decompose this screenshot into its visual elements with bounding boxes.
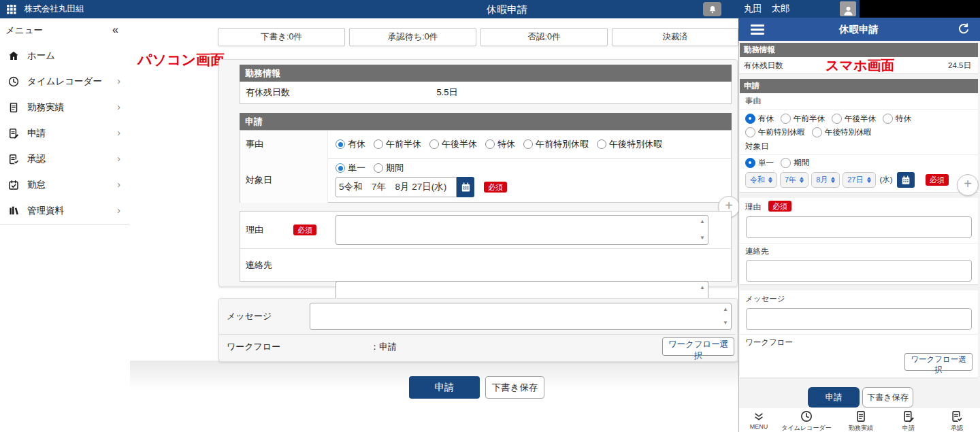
- radio-option-am-half[interactable]: 午前半休: [374, 138, 421, 150]
- month-select[interactable]: 8月: [811, 172, 840, 188]
- radio-option-pm-special[interactable]: 午後特別休暇: [597, 138, 662, 150]
- row-divider: [740, 109, 978, 110]
- radio-option-pm-special[interactable]: 午後特別休暇: [812, 127, 872, 137]
- radio-icon: [781, 158, 791, 168]
- app-grid-icon[interactable]: [5, 3, 17, 15]
- status-button-approved[interactable]: 決裁済: [612, 28, 738, 46]
- sidebar-item-admin-docs[interactable]: 管理資料 ›: [0, 198, 129, 225]
- sidebar-item-work-record[interactable]: 勤務実績 ›: [0, 95, 129, 121]
- radio-option-special[interactable]: 特休: [485, 138, 515, 150]
- required-badge: 必須: [293, 225, 316, 235]
- chevron-right-icon: ›: [117, 172, 120, 197]
- sidebar-item-home[interactable]: ホーム: [0, 43, 129, 69]
- company-name: 株式会社丸田組: [24, 0, 84, 18]
- phone-date-row: 令和 7年 8月 27日 (水) 必須: [745, 172, 949, 188]
- radio-option-single[interactable]: 単一: [336, 162, 365, 174]
- why-label: 理由: [246, 224, 263, 236]
- nav-item-time-recorder[interactable]: タイムレコーダー: [776, 410, 837, 432]
- year-select[interactable]: 7年: [780, 172, 808, 188]
- sidebar-collapse-icon[interactable]: «: [112, 18, 118, 41]
- radio-option-pm-half[interactable]: 午後半休: [429, 138, 477, 150]
- save-draft-button[interactable]: 下書き保存: [485, 376, 544, 399]
- status-button-rejected[interactable]: 否認:0件: [480, 28, 608, 46]
- radio-icon: [745, 127, 755, 137]
- phone-annotation-label: スマホ画面: [826, 56, 894, 75]
- required-badge: 必須: [484, 182, 507, 193]
- radio-option-period[interactable]: 期間: [781, 158, 809, 168]
- refresh-icon[interactable]: [957, 22, 970, 36]
- phone-apply-block: 事由 有休 午前半休 午後半休 特休 午前特別休暇 午後特別休暇 対象日 単一 …: [740, 93, 978, 193]
- reason-label: 事由: [246, 131, 263, 158]
- avatar[interactable]: [840, 1, 856, 16]
- radio-icon: [429, 139, 439, 149]
- menu-label: メニュー: [5, 18, 43, 43]
- clock-icon: [800, 410, 813, 423]
- workflow-value: ：申請: [370, 334, 397, 360]
- sidebar-item-application[interactable]: 申請 ›: [0, 120, 129, 147]
- why-input[interactable]: [746, 216, 972, 238]
- contact-input[interactable]: [746, 260, 972, 282]
- paid-leave-label: 有休残日数: [744, 57, 783, 73]
- radio-icon: [374, 139, 383, 149]
- nav-item-application[interactable]: 申請: [885, 410, 932, 432]
- status-button-pending[interactable]: 承認待ち:0件: [349, 28, 476, 46]
- scroll-up-icon[interactable]: ▲: [700, 285, 705, 290]
- radio-option-special[interactable]: 特休: [883, 114, 911, 124]
- nav-item-menu[interactable]: MENU: [742, 411, 776, 430]
- calendar-picker-button[interactable]: [897, 172, 915, 188]
- scroll-up-icon[interactable]: ▲: [700, 219, 705, 225]
- radio-option-am-special[interactable]: 午前特別休暇: [523, 138, 589, 150]
- phone-page-title: 休暇申請: [839, 18, 879, 41]
- workflow-select-button[interactable]: ワークフロー選択: [662, 337, 734, 356]
- contact-label: 連絡先: [745, 246, 769, 256]
- nav-item-approval[interactable]: 承認: [936, 410, 977, 432]
- workflow-select-button[interactable]: ワークフロー選択: [904, 353, 973, 371]
- scroll-up-icon[interactable]: ▲: [723, 307, 728, 312]
- phone-target-mode-group: 単一 期間: [745, 158, 816, 171]
- date-input[interactable]: 5令和 7年 8月 27日(水): [336, 177, 457, 197]
- chevron-right-icon: ›: [117, 120, 120, 145]
- apply-section-header: 申請: [240, 113, 732, 130]
- paid-leave-value: 5.5日: [436, 82, 457, 103]
- era-select[interactable]: 令和: [745, 172, 777, 188]
- required-badge: 必須: [926, 174, 949, 185]
- radio-selected-icon: [745, 158, 755, 168]
- nav-item-work-record[interactable]: 勤務実績: [837, 410, 885, 432]
- radio-option-am-special[interactable]: 午前特別休暇: [745, 127, 805, 137]
- submit-button[interactable]: 申請: [409, 376, 480, 399]
- radio-selected-icon: [336, 163, 345, 173]
- message-input[interactable]: [746, 308, 972, 330]
- clock-icon: [7, 76, 20, 88]
- scroll-down-icon[interactable]: ▼: [700, 235, 705, 241]
- add-row-button[interactable]: +: [957, 174, 979, 196]
- calendar-picker-button[interactable]: [457, 177, 474, 197]
- radio-icon: [485, 139, 495, 149]
- radio-option-am-half[interactable]: 午前半休: [781, 114, 825, 124]
- target-date-label: 対象日: [745, 142, 769, 152]
- radio-option-single[interactable]: 単一: [745, 158, 774, 168]
- hamburger-menu-icon[interactable]: [751, 24, 764, 37]
- sidebar-item-attendance[interactable]: 勤怠 ›: [0, 172, 129, 199]
- select-arrows-icon: [800, 177, 804, 184]
- notification-bell-button[interactable]: [703, 2, 721, 16]
- sidebar-item-approval[interactable]: 承認 ›: [0, 146, 129, 173]
- pc-annotation-label: パソコン画面: [137, 50, 225, 69]
- required-badge: 必須: [768, 201, 791, 212]
- radio-option-period[interactable]: 期間: [374, 162, 404, 174]
- select-arrows-icon: [867, 177, 871, 184]
- submit-button[interactable]: 申請: [808, 387, 860, 408]
- day-select[interactable]: 27日: [843, 172, 875, 188]
- status-button-draft[interactable]: 下書き:0件: [218, 28, 345, 46]
- scroll-down-icon[interactable]: ▼: [723, 320, 728, 326]
- save-draft-button[interactable]: 下書き保存: [862, 387, 913, 408]
- why-label-cell: 理由 必須: [246, 212, 316, 248]
- document-check-icon: [950, 410, 964, 423]
- phone-work-info-header: 勤務情報: [740, 43, 978, 57]
- why-textarea[interactable]: ▲ ▼: [336, 215, 708, 245]
- sidebar-item-time-recorder[interactable]: タイムレコーダー ›: [0, 69, 129, 95]
- message-textarea[interactable]: ▲ ▼: [310, 303, 732, 330]
- radio-option-pm-half[interactable]: 午後半休: [832, 114, 876, 124]
- row-divider: [740, 334, 978, 335]
- radio-option-yukyu[interactable]: 有休: [336, 138, 365, 150]
- radio-option-yukyu[interactable]: 有休: [745, 114, 774, 124]
